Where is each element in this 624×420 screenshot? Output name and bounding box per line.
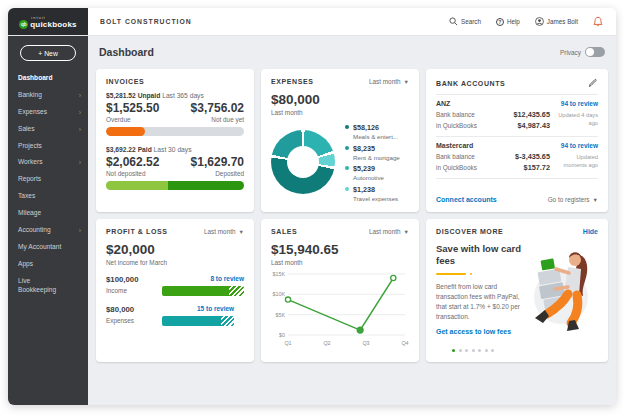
main-content: Dashboard Privacy INVOICES $5,281.52 Unp… — [88, 36, 616, 405]
promo-body-text: Benefit from low card transaction fees w… — [436, 282, 530, 321]
go-to-registers-dropdown[interactable]: Go to registers ▼ — [548, 196, 598, 203]
sales-line-series — [288, 278, 393, 330]
bank-balance-value: $12,435.65 — [513, 110, 550, 119]
plus-icon: + — [38, 50, 42, 57]
notdeposited-bar-segment — [106, 181, 168, 190]
pnl-to-review-link[interactable]: 15 to review — [162, 305, 234, 312]
bank-accounts-card[interactable]: BANK ACCOUNTS ANZ94 to reviewBank balanc… — [426, 69, 608, 212]
bell-icon — [593, 16, 603, 27]
paid-summary: $3,692.22 Paid Last 30 days — [106, 146, 244, 153]
legend-bullet-icon — [345, 187, 349, 191]
sidebar-item-apps[interactable]: Apps — [8, 256, 88, 273]
sidebar-item-reports[interactable]: Reports — [8, 171, 88, 188]
pencil-icon[interactable] — [588, 78, 598, 88]
pnl-bar-solid-segment — [162, 286, 229, 296]
to-review-link[interactable]: 94 to review — [561, 100, 598, 107]
sidebar-item-expenses[interactable]: Expenses› — [8, 104, 88, 121]
net-income-subtitle: Net income for March — [106, 259, 244, 266]
notdue-label: Not due yet — [211, 116, 244, 123]
pnl-to-review-link[interactable]: 8 to review — [162, 275, 244, 282]
sidebar-item-label: Reports — [18, 175, 41, 184]
quickbooks-logo[interactable]: intuit qb quickbooks — [8, 8, 88, 35]
invoices-card[interactable]: INVOICES $5,281.52 Unpaid Last 365 days … — [96, 69, 254, 212]
discover-more-card[interactable]: DISCOVER MORE Hide Save with low card fe… — [426, 219, 608, 362]
carousel-dot[interactable] — [478, 349, 481, 352]
carousel-dot[interactable] — [465, 349, 468, 352]
sidebar-item-label: Projects — [18, 142, 42, 151]
sales-total: $15,940.65 — [271, 242, 409, 257]
profit-loss-period-selector[interactable]: Last month ▼ — [204, 228, 244, 235]
notifications-button[interactable] — [593, 16, 603, 27]
sidebar-item-label: Workers — [18, 158, 42, 167]
connect-accounts-link[interactable]: Connect accounts — [436, 196, 497, 203]
sales-title: SALES — [271, 228, 297, 235]
profit-loss-card[interactable]: PROFIT & LOSS Last month ▼ $20,000 Net i… — [96, 219, 254, 362]
sidebar-item-workers[interactable]: Workers› — [8, 154, 88, 171]
carousel-dot[interactable] — [459, 349, 462, 352]
unpaid-labels-row: Overdue Not due yet — [106, 116, 244, 123]
bank-accounts-card-header: BANK ACCOUNTS — [436, 78, 598, 95]
quickbooks-balance-value: $157.72 — [515, 163, 550, 172]
legend-bullet-icon — [345, 125, 349, 129]
help-button[interactable]: ? Help — [496, 18, 520, 26]
bank-accounts-footer: Connect accounts Go to registers ▼ — [436, 192, 598, 203]
deposited-amount: $1,629.70 — [191, 155, 244, 169]
search-button[interactable]: Search — [449, 17, 481, 26]
sidebar-item-label: Apps — [18, 260, 33, 269]
expenses-legend: $58,126Meals & entert...$8,235Rent & mor… — [345, 123, 409, 202]
sidebar: + New DashboardBanking›Expenses›Sales›Pr… — [8, 36, 88, 405]
user-name: James Bolt — [547, 18, 578, 25]
unpaid-summary: $5,281.52 Unpaid Last 365 days — [106, 92, 244, 99]
sidebar-item-label: Dashboard — [18, 74, 52, 83]
app-window: intuit qb quickbooks BOLT CONSTRUCTION S… — [8, 8, 616, 405]
overdue-bar-segment — [106, 127, 145, 136]
carousel-dot[interactable] — [491, 349, 494, 352]
y-axis-tick-label: $0 — [279, 332, 285, 338]
pnl-progress-bar — [162, 316, 234, 326]
sidebar-item-accounting[interactable]: Accounting› — [8, 222, 88, 239]
sidebar-item-banking[interactable]: Banking› — [8, 87, 88, 104]
chevron-down-icon: ▼ — [239, 229, 244, 235]
sales-card[interactable]: SALES Last month ▼ $15,940.65 Last month… — [261, 219, 419, 362]
hide-link[interactable]: Hide — [583, 228, 598, 235]
expense-legend-label: Meals & entert... — [353, 133, 398, 140]
bank-account-mastercard: Mastercard94 to reviewBank balance$-3,43… — [436, 137, 598, 179]
sales-data-point — [391, 275, 396, 280]
sales-period-selector[interactable]: Last month ▼ — [369, 228, 409, 235]
unpaid-progress-bar — [106, 127, 244, 136]
sidebar-item-sales[interactable]: Sales› — [8, 121, 88, 138]
to-review-link[interactable]: 94 to review — [561, 142, 598, 149]
sidebar-item-taxes[interactable]: Taxes — [8, 188, 88, 205]
carousel-dot[interactable] — [485, 349, 488, 352]
pnl-label: Income — [106, 287, 156, 296]
expense-legend-item: $8,235Rent & mortgage — [345, 144, 409, 161]
carousel-dot[interactable] — [452, 349, 455, 352]
privacy-toggle[interactable] — [585, 47, 605, 57]
new-button-label: New — [44, 50, 58, 57]
get-access-link[interactable]: Get access to low fees — [436, 328, 598, 335]
expenses-total: $80,000 — [271, 92, 409, 107]
pnl-row-income: $100,0008 to reviewIncome — [106, 275, 244, 296]
carousel-dot[interactable] — [472, 349, 475, 352]
unpaid-amounts-row: $1,525.50 $3,756.02 — [106, 101, 244, 115]
pnl-amount: $100,000 — [106, 275, 156, 284]
expense-legend-label: Travel expenses — [353, 195, 398, 202]
new-button[interactable]: + New — [20, 45, 76, 61]
sidebar-item-live-bookkeeping[interactable]: Live Bookkeeping — [8, 273, 88, 299]
user-menu[interactable]: James Bolt — [535, 17, 578, 26]
bank-accounts-list: ANZ94 to reviewBank balance$12,435.65Upd… — [436, 95, 598, 179]
sidebar-item-dashboard[interactable]: Dashboard — [8, 70, 88, 87]
expenses-card[interactable]: EXPENSES Last month ▼ $80,000 Last month… — [261, 69, 419, 212]
sidebar-item-mileage[interactable]: Mileage — [8, 205, 88, 222]
search-icon — [449, 17, 458, 26]
expenses-period-selector[interactable]: Last month ▼ — [369, 78, 409, 85]
sidebar-item-my-accountant[interactable]: My Accountant — [8, 239, 88, 256]
company-name: BOLT CONSTRUCTION — [88, 8, 449, 35]
sidebar-item-projects[interactable]: Projects — [8, 138, 88, 155]
privacy-control: Privacy — [560, 47, 605, 57]
unpaid-period: Last 365 days — [162, 92, 204, 99]
y-axis-tick-label: $10K — [272, 291, 285, 297]
sidebar-item-label: Sales — [18, 125, 35, 134]
bank-balance-label: Bank balance — [436, 111, 507, 118]
unpaid-amount: $5,281.52 — [106, 92, 136, 99]
